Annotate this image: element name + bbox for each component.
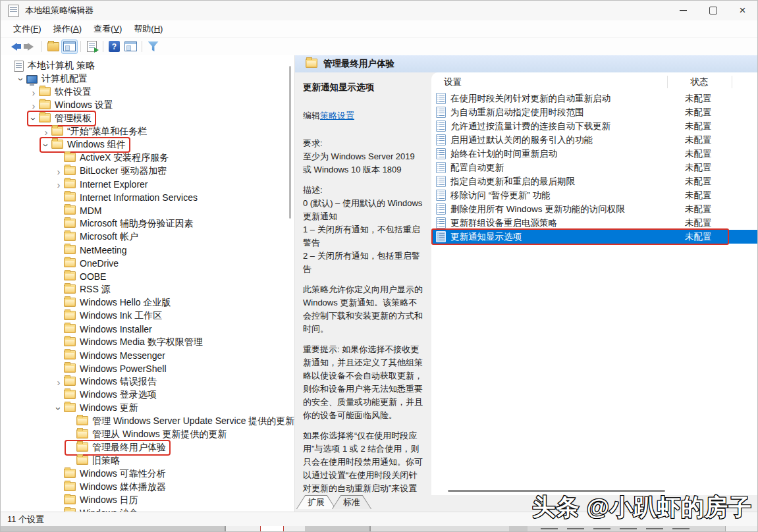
tree-item[interactable]: 管理模板 (1, 112, 294, 125)
settings-row[interactable]: 允许通过按流量计费的连接自动下载更新 未配置 (431, 119, 757, 133)
tree-item[interactable]: 管理从 Windows 更新提供的更新 (1, 428, 294, 441)
settings-row[interactable]: 更新群组设备重启电源策略 未配置 (431, 216, 757, 230)
tree-item[interactable]: Microsoft 帐户 (1, 230, 294, 244)
tree-item[interactable]: Windows 错误报告 (1, 375, 294, 388)
settings-row[interactable]: 更新通知显示选项 未配置 (431, 230, 757, 244)
settings-row[interactable]: 配置自动更新 未配置 (431, 161, 757, 174)
chevron-icon[interactable] (16, 74, 26, 84)
tree-item[interactable]: Internet Explorer (1, 178, 294, 191)
forward-arrow-icon[interactable] (22, 40, 39, 54)
tree-item-label: Windows 登录选项 (80, 389, 157, 401)
tree-item[interactable]: ActiveX 安装程序服务 (1, 151, 294, 165)
tree-item[interactable]: Windows Messenger (1, 349, 294, 362)
help-icon[interactable]: ? (106, 40, 122, 54)
setting-status: 未配置 (685, 107, 712, 119)
settings-row[interactable]: 删除使用所有 Windows 更新功能的访问权限 未配置 (431, 202, 757, 216)
tree-item[interactable]: BitLocker 驱动器加密 (1, 165, 294, 178)
chevron-icon[interactable] (28, 101, 39, 111)
menu-item[interactable]: 文件(F) (7, 21, 47, 37)
tree-item[interactable]: Microsoft 辅助身份验证因素 (1, 217, 294, 230)
menu-item[interactable]: 查看(V) (88, 21, 128, 37)
tree-item[interactable]: Windows Hello 企业版 (1, 296, 294, 309)
tree-item[interactable]: Windows 组件 (1, 138, 294, 151)
tree-item-label: ActiveX 安装程序服务 (80, 152, 169, 164)
back-arrow-icon[interactable] (6, 40, 22, 54)
extended-view-title: 管理最终用户体验 (323, 58, 394, 70)
tree-item[interactable]: Windows 可靠性分析 (1, 467, 294, 481)
tree-item[interactable]: 软件设置 (1, 86, 294, 99)
chevron-icon[interactable] (28, 114, 39, 124)
filter-icon[interactable] (145, 40, 161, 54)
settings-row[interactable]: 为自动重新启动指定使用时段范围 未配置 (431, 105, 757, 119)
edit-policy-setting-link[interactable]: 策略设置 (320, 111, 354, 120)
settings-row[interactable]: 指定自动更新和重启的最后期限 未配置 (431, 174, 757, 188)
setting-name: 更新群组设备重启电源策略 (450, 217, 668, 229)
tree-item[interactable]: Windows 更新 (1, 402, 294, 415)
description-paragraph (303, 422, 425, 429)
minimize-button[interactable] (668, 1, 698, 20)
tree-node-icon (64, 324, 76, 333)
tree-item[interactable]: 本地计算机 策略 (1, 59, 294, 72)
column-header-setting[interactable]: 设置 (444, 76, 462, 88)
tree-item-label: Windows Ink 工作区 (80, 310, 162, 322)
export-list-icon[interactable] (84, 40, 100, 54)
tree-item[interactable]: RSS 源 (1, 283, 294, 296)
tree-item[interactable]: OneDrive (1, 257, 294, 270)
column-header-status[interactable]: 状态 (667, 76, 732, 88)
settings-row[interactable]: 移除访问 “暂停更新” 功能 未配置 (431, 188, 757, 202)
tree-item-label: Internet Explorer (80, 179, 148, 190)
tree-item[interactable]: MDM (1, 204, 294, 217)
horizontal-scrollbar[interactable] (431, 487, 757, 495)
tree-item[interactable]: Windows Installer (1, 323, 294, 336)
chevron-icon[interactable] (53, 377, 64, 387)
tree-item[interactable]: Windows Media 数字权限管理 (1, 336, 294, 349)
tree-item[interactable]: 旧策略 (1, 454, 294, 467)
chevron-icon[interactable] (53, 180, 64, 190)
tree-node-icon (64, 390, 76, 399)
chevron-icon[interactable] (53, 167, 64, 176)
tree-item[interactable]: 管理最终用户体验 (1, 441, 294, 454)
tree-item[interactable]: Windows 媒体播放器 (1, 481, 294, 494)
maximize-button[interactable] (698, 1, 728, 20)
tree-item-label: Windows 媒体播放器 (80, 481, 166, 493)
tree-item[interactable]: 计算机配置 (1, 72, 294, 86)
tree-item[interactable]: 管理 Windows Server Update Service 提供的更新 (1, 415, 294, 428)
scrollbar-thumb[interactable] (448, 490, 665, 492)
settings-row[interactable]: 启用通过默认关闭的服务引入的功能 未配置 (431, 133, 757, 147)
chevron-icon[interactable] (41, 127, 51, 137)
tree-item[interactable]: OOBE (1, 270, 294, 283)
setting-name: 指定自动更新和重启的最后期限 (450, 176, 668, 188)
folder-icon (306, 59, 317, 68)
view-tab[interactable]: 扩展 (296, 495, 336, 509)
action-pane-icon[interactable] (122, 40, 139, 54)
tree-item[interactable]: Windows PowerShell (1, 362, 294, 375)
tree-item[interactable]: “开始”菜单和任务栏 (1, 125, 294, 138)
tree-item-label: Windows Media 数字权限管理 (80, 336, 203, 348)
tree-item[interactable]: Windows 沙盒 (1, 507, 294, 512)
tree-item[interactable]: Internet Information Services (1, 191, 294, 204)
menu-item[interactable]: 操作(A) (47, 21, 88, 37)
close-button[interactable]: × (728, 1, 757, 20)
menu-item[interactable]: 帮助(H) (128, 21, 169, 37)
tree-node-icon (64, 298, 76, 307)
tree-item[interactable]: Windows 登录选项 (1, 388, 294, 402)
console-window-icon[interactable] (61, 40, 78, 54)
tree-item-label: Windows Installer (80, 324, 152, 334)
tree-item[interactable]: Windows 设置 (1, 99, 294, 112)
settings-row[interactable]: 在使用时段关闭针对更新的自动重新启动 未配置 (431, 92, 757, 105)
tree-item[interactable]: Windows 日历 (1, 494, 294, 507)
setting-name: 为自动重新启动指定使用时段范围 (450, 107, 668, 119)
tree-item[interactable]: NetMeeting (1, 244, 294, 257)
chevron-icon[interactable] (53, 404, 64, 413)
extended-view-header: 管理最终用户体验 (295, 55, 757, 72)
tree-item[interactable]: Windows Ink 工作区 (1, 309, 294, 323)
tree-item-label: Windows Messenger (80, 350, 165, 361)
view-tab[interactable]: 标准 (332, 495, 371, 509)
column-divider[interactable] (732, 76, 732, 88)
show-console-tree-folder-icon[interactable] (45, 40, 61, 54)
column-divider[interactable] (667, 76, 668, 88)
chevron-icon[interactable] (28, 88, 39, 97)
chevron-icon[interactable] (41, 140, 51, 150)
tree-node-icon (64, 337, 76, 346)
settings-row[interactable]: 始终在计划的时间重新启动 未配置 (431, 147, 757, 161)
